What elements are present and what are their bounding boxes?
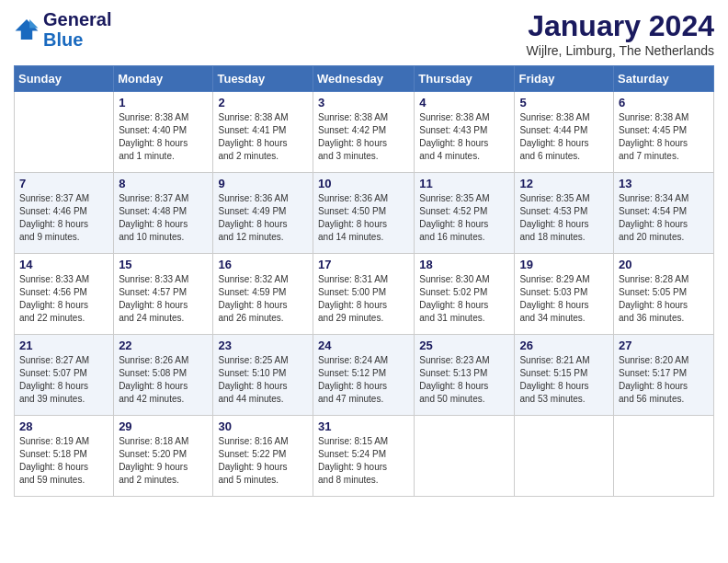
day-info: Sunrise: 8:24 AM Sunset: 5:12 PM Dayligh… xyxy=(318,354,409,406)
calendar-cell: 27Sunrise: 8:20 AM Sunset: 5:17 PM Dayli… xyxy=(614,335,714,416)
day-info: Sunrise: 8:31 AM Sunset: 5:00 PM Dayligh… xyxy=(318,273,409,325)
day-number: 27 xyxy=(619,339,709,352)
day-info: Sunrise: 8:37 AM Sunset: 4:48 PM Dayligh… xyxy=(119,192,208,244)
calendar-cell: 29Sunrise: 8:18 AM Sunset: 5:20 PM Dayli… xyxy=(114,416,213,497)
weekday-header-cell: Thursday xyxy=(415,66,515,92)
day-info: Sunrise: 8:37 AM Sunset: 4:46 PM Dayligh… xyxy=(19,192,108,244)
day-number: 9 xyxy=(218,177,308,190)
day-info: Sunrise: 8:29 AM Sunset: 5:03 PM Dayligh… xyxy=(519,273,609,325)
day-number: 24 xyxy=(318,339,409,352)
day-number: 10 xyxy=(318,177,409,190)
svg-marker-1 xyxy=(29,19,38,28)
calendar-cell: 5Sunrise: 8:38 AM Sunset: 4:44 PM Daylig… xyxy=(515,92,614,173)
day-info: Sunrise: 8:16 AM Sunset: 5:22 PM Dayligh… xyxy=(218,435,308,487)
calendar-cell: 9Sunrise: 8:36 AM Sunset: 4:49 PM Daylig… xyxy=(213,173,313,254)
day-number: 2 xyxy=(218,96,308,109)
svg-marker-0 xyxy=(16,19,39,40)
calendar-body: 1Sunrise: 8:38 AM Sunset: 4:40 PM Daylig… xyxy=(15,92,714,497)
calendar-cell: 15Sunrise: 8:33 AM Sunset: 4:57 PM Dayli… xyxy=(114,254,213,335)
calendar-week-row: 28Sunrise: 8:19 AM Sunset: 5:18 PM Dayli… xyxy=(15,416,714,497)
day-number: 25 xyxy=(419,339,509,352)
calendar-cell xyxy=(15,92,114,173)
weekday-header-cell: Friday xyxy=(515,66,614,92)
day-info: Sunrise: 8:21 AM Sunset: 5:15 PM Dayligh… xyxy=(519,354,609,406)
calendar-cell: 16Sunrise: 8:32 AM Sunset: 4:59 PM Dayli… xyxy=(213,254,313,335)
calendar-cell: 7Sunrise: 8:37 AM Sunset: 4:46 PM Daylig… xyxy=(15,173,114,254)
day-number: 20 xyxy=(619,258,709,271)
calendar-cell: 23Sunrise: 8:25 AM Sunset: 5:10 PM Dayli… xyxy=(213,335,313,416)
day-number: 30 xyxy=(218,419,308,433)
day-number: 19 xyxy=(519,258,609,271)
calendar-cell xyxy=(515,416,614,497)
day-number: 13 xyxy=(619,177,709,190)
day-number: 11 xyxy=(419,177,509,190)
day-number: 28 xyxy=(19,419,108,433)
day-number: 31 xyxy=(318,419,409,433)
day-info: Sunrise: 8:38 AM Sunset: 4:44 PM Dayligh… xyxy=(519,111,609,163)
calendar-cell: 12Sunrise: 8:35 AM Sunset: 4:53 PM Dayli… xyxy=(515,173,614,254)
calendar-cell: 1Sunrise: 8:38 AM Sunset: 4:40 PM Daylig… xyxy=(114,92,213,173)
calendar-table: SundayMondayTuesdayWednesdayThursdayFrid… xyxy=(14,65,714,497)
calendar-week-row: 21Sunrise: 8:27 AM Sunset: 5:07 PM Dayli… xyxy=(15,335,714,416)
weekday-header-cell: Sunday xyxy=(15,66,114,92)
title-area: January 2024 Wijlre, Limburg, The Nether… xyxy=(527,9,714,58)
day-number: 8 xyxy=(119,177,208,190)
weekday-header-cell: Monday xyxy=(114,66,213,92)
calendar-cell: 22Sunrise: 8:26 AM Sunset: 5:08 PM Dayli… xyxy=(114,335,213,416)
calendar-week-row: 1Sunrise: 8:38 AM Sunset: 4:40 PM Daylig… xyxy=(15,92,714,173)
day-number: 18 xyxy=(419,258,509,271)
day-info: Sunrise: 8:35 AM Sunset: 4:52 PM Dayligh… xyxy=(419,192,509,244)
day-number: 17 xyxy=(318,258,409,271)
day-info: Sunrise: 8:30 AM Sunset: 5:02 PM Dayligh… xyxy=(419,273,509,325)
calendar-cell: 20Sunrise: 8:28 AM Sunset: 5:05 PM Dayli… xyxy=(614,254,714,335)
weekday-header-cell: Tuesday xyxy=(213,66,313,92)
calendar-cell: 2Sunrise: 8:38 AM Sunset: 4:41 PM Daylig… xyxy=(213,92,313,173)
weekday-header-cell: Saturday xyxy=(614,66,714,92)
day-info: Sunrise: 8:38 AM Sunset: 4:40 PM Dayligh… xyxy=(119,111,208,163)
day-number: 5 xyxy=(519,96,609,109)
calendar-cell: 8Sunrise: 8:37 AM Sunset: 4:48 PM Daylig… xyxy=(114,173,213,254)
day-number: 6 xyxy=(619,96,709,109)
weekday-header-row: SundayMondayTuesdayWednesdayThursdayFrid… xyxy=(15,66,714,92)
calendar-cell: 25Sunrise: 8:23 AM Sunset: 5:13 PM Dayli… xyxy=(415,335,515,416)
day-info: Sunrise: 8:32 AM Sunset: 4:59 PM Dayligh… xyxy=(218,273,308,325)
calendar-cell: 4Sunrise: 8:38 AM Sunset: 4:43 PM Daylig… xyxy=(415,92,515,173)
day-info: Sunrise: 8:28 AM Sunset: 5:05 PM Dayligh… xyxy=(619,273,709,325)
day-info: Sunrise: 8:26 AM Sunset: 5:08 PM Dayligh… xyxy=(119,354,208,406)
day-number: 12 xyxy=(519,177,609,190)
header: General Blue January 2024 Wijlre, Limbur… xyxy=(14,9,714,58)
calendar-cell: 28Sunrise: 8:19 AM Sunset: 5:18 PM Dayli… xyxy=(15,416,114,497)
day-number: 7 xyxy=(19,177,108,190)
day-number: 21 xyxy=(19,339,108,352)
month-title: January 2024 xyxy=(527,9,714,43)
day-number: 4 xyxy=(419,96,509,109)
calendar-cell: 10Sunrise: 8:36 AM Sunset: 4:50 PM Dayli… xyxy=(313,173,415,254)
calendar-cell: 31Sunrise: 8:15 AM Sunset: 5:24 PM Dayli… xyxy=(313,416,415,497)
day-number: 3 xyxy=(318,96,409,109)
day-info: Sunrise: 8:19 AM Sunset: 5:18 PM Dayligh… xyxy=(19,435,108,487)
day-number: 14 xyxy=(19,258,108,271)
calendar-cell xyxy=(415,416,515,497)
calendar-week-row: 7Sunrise: 8:37 AM Sunset: 4:46 PM Daylig… xyxy=(15,173,714,254)
day-info: Sunrise: 8:34 AM Sunset: 4:54 PM Dayligh… xyxy=(619,192,709,244)
calendar-cell: 14Sunrise: 8:33 AM Sunset: 4:56 PM Dayli… xyxy=(15,254,114,335)
day-info: Sunrise: 8:33 AM Sunset: 4:56 PM Dayligh… xyxy=(19,273,108,325)
day-info: Sunrise: 8:15 AM Sunset: 5:24 PM Dayligh… xyxy=(318,435,409,487)
calendar-cell: 13Sunrise: 8:34 AM Sunset: 4:54 PM Dayli… xyxy=(614,173,714,254)
day-number: 23 xyxy=(218,339,308,352)
day-info: Sunrise: 8:18 AM Sunset: 5:20 PM Dayligh… xyxy=(119,435,208,487)
day-number: 29 xyxy=(119,419,208,433)
day-info: Sunrise: 8:36 AM Sunset: 4:50 PM Dayligh… xyxy=(318,192,409,244)
day-info: Sunrise: 8:23 AM Sunset: 5:13 PM Dayligh… xyxy=(419,354,509,406)
day-info: Sunrise: 8:38 AM Sunset: 4:42 PM Dayligh… xyxy=(318,111,409,163)
day-info: Sunrise: 8:33 AM Sunset: 4:57 PM Dayligh… xyxy=(119,273,208,325)
day-number: 1 xyxy=(119,96,208,109)
calendar-cell: 19Sunrise: 8:29 AM Sunset: 5:03 PM Dayli… xyxy=(515,254,614,335)
day-info: Sunrise: 8:38 AM Sunset: 4:41 PM Dayligh… xyxy=(218,111,308,163)
weekday-header-cell: Wednesday xyxy=(313,66,415,92)
calendar-cell: 18Sunrise: 8:30 AM Sunset: 5:02 PM Dayli… xyxy=(415,254,515,335)
day-info: Sunrise: 8:25 AM Sunset: 5:10 PM Dayligh… xyxy=(218,354,308,406)
calendar-week-row: 14Sunrise: 8:33 AM Sunset: 4:56 PM Dayli… xyxy=(15,254,714,335)
location: Wijlre, Limburg, The Netherlands xyxy=(527,43,714,58)
calendar-cell: 30Sunrise: 8:16 AM Sunset: 5:22 PM Dayli… xyxy=(213,416,313,497)
